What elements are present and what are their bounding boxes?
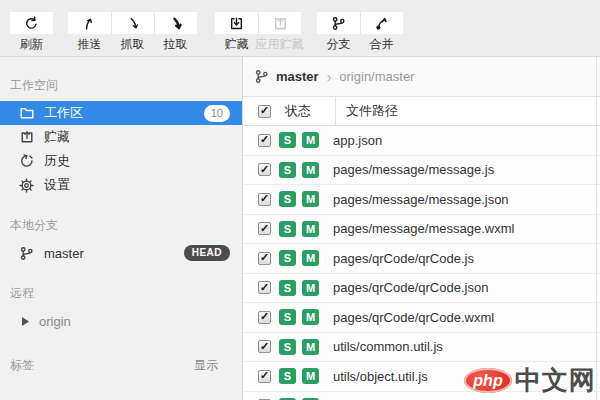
status-badge-s: S <box>279 221 296 237</box>
toolbar-button-label: 刷新 <box>20 38 44 50</box>
file-row[interactable]: SMpages/qrCode/qrCode.js <box>243 244 600 274</box>
status-badge-m: M <box>302 221 319 237</box>
file-path: pages/message/message.json <box>333 192 509 207</box>
file-row[interactable]: SMpages/message/message.json <box>243 185 600 215</box>
row-checkbox[interactable] <box>258 193 271 206</box>
row-checkbox[interactable] <box>258 311 271 324</box>
toolbar-button-label: 应用贮藏 <box>256 38 304 50</box>
sidebar-section-title: 本地分支 <box>0 197 242 241</box>
toolbar-button-label: 抓取 <box>121 38 145 50</box>
toolbar-merge-button[interactable]: 合并 <box>360 12 403 50</box>
row-checkbox[interactable] <box>258 370 271 383</box>
status-badge-m: M <box>302 162 319 178</box>
main-panel: master › origin/master 状态 文件路径 SMapp.jso… <box>243 57 600 400</box>
status-badge-m: M <box>302 309 319 325</box>
status-badge-s: S <box>279 280 296 296</box>
toolbar-group: 刷新 <box>10 12 53 50</box>
tags-show-link[interactable]: 显示 <box>194 357 232 374</box>
push-icon <box>68 12 111 34</box>
breadcrumb-branch: master <box>276 69 319 84</box>
status-badge-m: M <box>302 339 319 355</box>
status-badge-m: M <box>302 250 319 266</box>
status-badge-s: S <box>279 309 296 325</box>
file-row[interactable]: SMpages/qrCode/qrCode.json <box>243 274 600 304</box>
sidebar-item-stash[interactable]: 贮藏 <box>0 125 242 149</box>
sidebar-item-label: 工作区 <box>44 104 83 122</box>
toolbar-group: 贮藏应用贮藏 <box>215 12 301 50</box>
status-badge-m: M <box>302 368 319 384</box>
history-icon <box>18 153 35 170</box>
sidebar-item-settings[interactable]: 设置 <box>0 173 242 197</box>
column-divider <box>335 97 336 125</box>
file-row[interactable]: SMapp.json <box>243 126 600 156</box>
caret-icon <box>20 313 31 330</box>
stash-icon <box>215 12 258 34</box>
status-badge-s: S <box>279 368 296 384</box>
content-area: 工作空间工作区10贮藏历史设置本地分支masterHEAD远程origin标签显… <box>0 57 600 400</box>
status-badge-m: M <box>302 280 319 296</box>
file-path: utils/object.util.js <box>333 369 428 384</box>
file-row[interactable]: SMpages/message/message.wxml <box>243 215 600 245</box>
sidebar-item-history[interactable]: 历史 <box>0 149 242 173</box>
row-checkbox[interactable] <box>258 252 271 265</box>
row-checkbox[interactable] <box>258 281 271 294</box>
row-checkbox[interactable] <box>258 222 271 235</box>
toolbar: 刷新推送抓取拉取贮藏应用贮藏分支合并 <box>0 0 600 57</box>
file-path: pages/message/message.wxml <box>333 221 514 236</box>
watermark: php 中文网 <box>464 363 596 398</box>
gear-icon <box>18 177 35 194</box>
sidebar-item-label: 贮藏 <box>44 128 70 146</box>
sidebar: 工作空间工作区10贮藏历史设置本地分支masterHEAD远程origin标签显… <box>0 57 243 400</box>
section-title-label: 工作空间 <box>10 77 58 94</box>
sidebar-section-title: 标签显示 <box>0 333 242 381</box>
file-row[interactable]: SMutils/common.util.js <box>243 333 600 363</box>
sidebar-item-branch-master[interactable]: masterHEAD <box>0 241 242 265</box>
toolbar-button-label: 分支 <box>327 38 351 50</box>
status-column-header: 状态 <box>285 102 321 120</box>
file-path: app.json <box>333 133 382 148</box>
sidebar-section-title: 子模块显示 <box>0 381 242 400</box>
file-row[interactable]: SMpages/message/message.js <box>243 156 600 186</box>
folder-icon <box>18 105 35 122</box>
sidebar-item-workspace[interactable]: 工作区10 <box>0 101 242 125</box>
sidebar-item-label: master <box>44 246 84 261</box>
toolbar-button-label: 拉取 <box>164 38 188 50</box>
toolbar-branch-button[interactable]: 分支 <box>317 12 360 50</box>
file-row[interactable]: SMpages/qrCode/qrCode.wxml <box>243 303 600 333</box>
sidebar-item-remote-origin[interactable]: origin <box>0 309 242 333</box>
branch-icon <box>317 12 360 34</box>
toolbar-button-label: 合并 <box>370 38 394 50</box>
section-title-label: 标签 <box>10 357 34 374</box>
toolbar-apply-stash-button: 应用贮藏 <box>258 12 301 50</box>
row-checkbox[interactable] <box>258 340 271 353</box>
section-title-label: 本地分支 <box>10 217 58 234</box>
breadcrumb-separator: › <box>327 69 332 85</box>
status-badge-s: S <box>279 132 296 148</box>
file-path: pages/message/message.js <box>333 162 494 177</box>
php-logo: php <box>464 368 512 393</box>
section-title-label: 远程 <box>10 285 34 302</box>
file-list: SMapp.jsonSMpages/message/message.jsSMpa… <box>243 126 600 400</box>
table-header: 状态 文件路径 <box>243 97 600 126</box>
sidebar-section-title: 远程 <box>0 265 242 309</box>
toolbar-stash-button[interactable]: 贮藏 <box>215 12 258 50</box>
select-all-checkbox[interactable] <box>258 105 271 118</box>
breadcrumb-upstream: origin/master <box>339 69 414 84</box>
merge-icon <box>360 12 403 34</box>
toolbar-refresh-button[interactable]: 刷新 <box>10 12 53 50</box>
toolbar-fetch-button[interactable]: 抓取 <box>111 12 154 50</box>
toolbar-pull-button[interactable]: 拉取 <box>154 12 197 50</box>
sidebar-item-label: 设置 <box>44 176 70 194</box>
fetch-icon <box>111 12 154 34</box>
path-column-header: 文件路径 <box>346 102 398 120</box>
status-badge-m: M <box>302 191 319 207</box>
toolbar-button-label: 推送 <box>78 38 102 50</box>
row-checkbox[interactable] <box>258 163 271 176</box>
count-badge: 10 <box>204 105 230 122</box>
toolbar-push-button[interactable]: 推送 <box>68 12 111 50</box>
row-checkbox[interactable] <box>258 134 271 147</box>
branch-icon <box>253 68 270 85</box>
status-badge-s: S <box>279 191 296 207</box>
file-path: pages/qrCode/qrCode.js <box>333 251 474 266</box>
stash-tray-icon <box>18 129 35 146</box>
